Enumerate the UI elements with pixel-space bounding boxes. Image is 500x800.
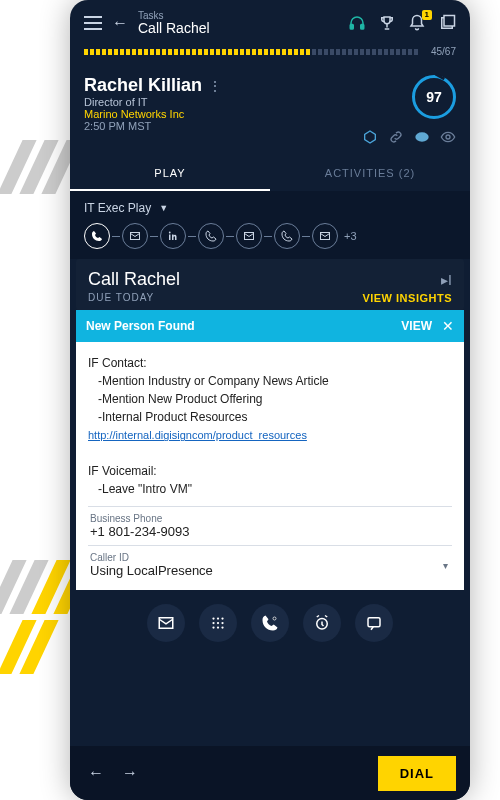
- next-button[interactable]: →: [118, 764, 142, 782]
- svg-point-9: [169, 232, 171, 234]
- business-phone-field[interactable]: Business Phone +1 801-234-9093: [88, 506, 452, 545]
- caller-id-value: Using LocalPresence: [90, 563, 450, 578]
- kebab-menu-icon[interactable]: ⋮: [208, 78, 222, 94]
- contact-name: Rachel Killian: [84, 75, 202, 96]
- svg-point-21: [273, 617, 276, 620]
- notes-bullet-3: -Internal Product Resources: [88, 408, 452, 426]
- svg-point-20: [221, 627, 223, 629]
- sms-button[interactable]: [355, 604, 393, 642]
- header-titles: Tasks Call Rachel: [138, 10, 338, 36]
- contact-company[interactable]: Marino Networks Inc: [84, 108, 362, 120]
- contact-local-time: 2:50 PM MST: [84, 120, 362, 132]
- bell-icon[interactable]: 1: [408, 14, 426, 32]
- dialpad-button[interactable]: [199, 604, 237, 642]
- svg-point-5: [415, 133, 428, 142]
- caller-id-field[interactable]: Caller ID Using LocalPresence ▾: [88, 545, 452, 584]
- progress-bar: [84, 49, 423, 55]
- due-label: DUE TODAY: [88, 292, 154, 304]
- eye-icon[interactable]: [440, 129, 456, 145]
- if-contact-label: IF Contact:: [88, 354, 452, 372]
- reminder-button[interactable]: [303, 604, 341, 642]
- step-linkedin[interactable]: [160, 223, 186, 249]
- play-selector[interactable]: IT Exec Play ▼: [84, 201, 456, 215]
- lead-score-value: 97: [426, 89, 442, 105]
- svg-marker-4: [365, 131, 376, 143]
- tab-bar: PLAY ACTIVITIES (2): [70, 157, 470, 191]
- email-button[interactable]: [147, 604, 185, 642]
- contact-header: Rachel Killian ⋮ Director of IT Marino N…: [70, 65, 470, 153]
- step-call-3[interactable]: [274, 223, 300, 249]
- step-call-2[interactable]: [198, 223, 224, 249]
- alert-bar: New Person Found VIEW ✕: [76, 310, 464, 342]
- page-title: Call Rachel: [138, 21, 338, 36]
- svg-rect-1: [361, 25, 364, 30]
- bottom-bar: ← → DIAL: [70, 746, 470, 800]
- alert-panel: New Person Found VIEW ✕ IF Contact: -Men…: [76, 310, 464, 590]
- trophy-icon[interactable]: [378, 14, 396, 32]
- menu-icon[interactable]: [84, 16, 102, 30]
- play-section: IT Exec Play ▼ +3: [70, 191, 470, 259]
- chevron-down-icon: ▼: [159, 203, 168, 213]
- step-email-1[interactable]: [122, 223, 148, 249]
- svg-rect-8: [169, 235, 171, 241]
- alert-view-button[interactable]: VIEW: [401, 319, 432, 333]
- progress-row: 45/67: [70, 42, 470, 65]
- svg-rect-0: [350, 25, 353, 30]
- step-email-2[interactable]: [236, 223, 262, 249]
- dial-button[interactable]: DIAL: [378, 756, 456, 791]
- task-card: Call Rachel ▸I DUE TODAY VIEW INSIGHTS: [76, 259, 464, 310]
- salesforce-icon[interactable]: [414, 129, 430, 145]
- svg-point-13: [217, 618, 219, 620]
- step-call-1[interactable]: [84, 223, 110, 249]
- link-icon[interactable]: [388, 129, 404, 145]
- header-bar: ← Tasks Call Rachel 1: [70, 0, 470, 42]
- svg-point-14: [221, 618, 223, 620]
- app-window: ← Tasks Call Rachel 1 45/67: [70, 0, 470, 800]
- business-phone-value: +1 801-234-9093: [90, 524, 450, 539]
- skip-forward-icon[interactable]: ▸I: [441, 272, 452, 288]
- polygon-icon[interactable]: [362, 129, 378, 145]
- notification-badge: 1: [422, 10, 432, 20]
- progress-text: 45/67: [431, 46, 456, 57]
- tab-activities[interactable]: ACTIVITIES (2): [270, 157, 470, 191]
- contact-title: Director of IT: [84, 96, 362, 108]
- vm-bullet: -Leave "Intro VM": [88, 480, 452, 498]
- svg-point-17: [221, 622, 223, 624]
- back-button[interactable]: ←: [112, 14, 128, 32]
- svg-point-16: [217, 622, 219, 624]
- svg-point-6: [446, 135, 450, 139]
- step-email-3[interactable]: [312, 223, 338, 249]
- svg-rect-23: [368, 618, 380, 627]
- notes-bullet-1: -Mention Industry or Company News Articl…: [88, 372, 452, 390]
- action-row: [70, 590, 470, 652]
- headset-icon[interactable]: [348, 14, 366, 32]
- notes-card: IF Contact: -Mention Industry or Company…: [76, 342, 464, 590]
- svg-point-12: [212, 618, 214, 620]
- alert-title: New Person Found: [86, 319, 401, 333]
- play-name: IT Exec Play: [84, 201, 151, 215]
- voicemail-button[interactable]: [251, 604, 289, 642]
- close-icon[interactable]: ✕: [442, 318, 454, 334]
- notes-body: IF Contact: -Mention Industry or Company…: [88, 354, 452, 498]
- chevron-down-icon: ▾: [443, 560, 448, 571]
- notes-link[interactable]: http://internal.digisigncom/product_reso…: [88, 429, 307, 441]
- business-phone-label: Business Phone: [90, 513, 450, 524]
- step-sequence: +3: [84, 223, 456, 249]
- svg-point-15: [212, 622, 214, 624]
- lead-score[interactable]: 97: [412, 75, 456, 119]
- tab-play[interactable]: PLAY: [70, 157, 270, 191]
- svg-rect-3: [444, 16, 455, 27]
- svg-point-18: [212, 627, 214, 629]
- task-title: Call Rachel: [88, 269, 180, 290]
- steps-more[interactable]: +3: [344, 230, 357, 242]
- svg-point-19: [217, 627, 219, 629]
- header-icons: 1: [348, 14, 456, 32]
- view-insights-link[interactable]: VIEW INSIGHTS: [362, 292, 452, 304]
- if-voicemail-label: IF Voicemail:: [88, 462, 452, 480]
- window-icon[interactable]: [438, 14, 456, 32]
- caller-id-label: Caller ID: [90, 552, 450, 563]
- prev-button[interactable]: ←: [84, 764, 108, 782]
- notes-bullet-2: -Mention New Product Offering: [88, 390, 452, 408]
